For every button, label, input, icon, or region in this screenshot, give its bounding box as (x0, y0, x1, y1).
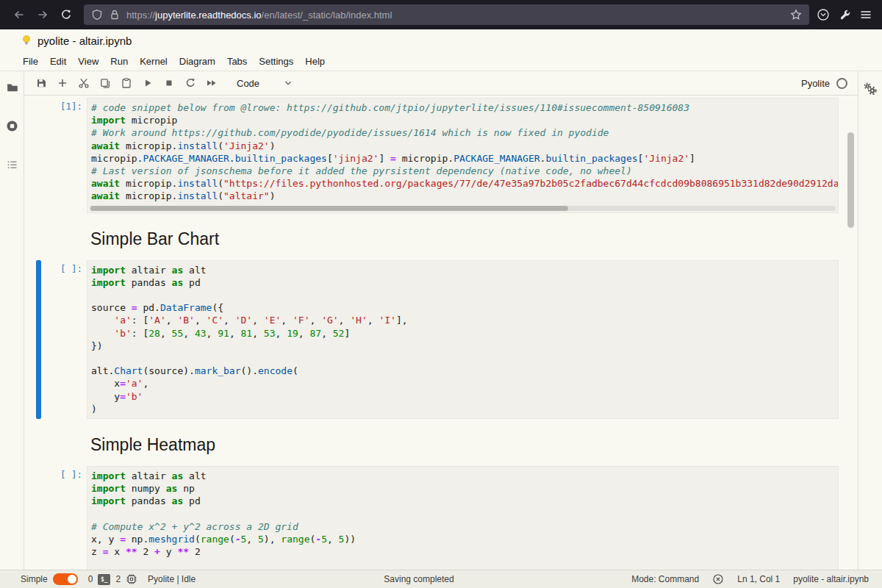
cut-cells-button[interactable] (73, 74, 94, 93)
lock-icon[interactable] (109, 9, 121, 21)
code-token: 5 (321, 534, 327, 545)
kernel-name[interactable]: Pyolite (801, 78, 830, 89)
kernel-status-text[interactable]: Pyolite | Idle (148, 574, 196, 584)
code-token: await (91, 178, 120, 189)
cell-collapser[interactable] (36, 228, 41, 250)
code-token: 'b' (126, 391, 143, 402)
menu-file[interactable]: File (17, 53, 44, 70)
menu-edit[interactable]: Edit (44, 53, 72, 70)
markdown-cell[interactable]: Simple Bar Chart (36, 228, 858, 250)
running-sessions-status[interactable]: 0 $_ 2 (88, 573, 137, 585)
code-token: 87 (309, 328, 321, 339)
interrupt-kernel-button[interactable] (158, 74, 179, 93)
vertical-scrollbar-thumb[interactable] (847, 132, 854, 228)
code-token: micropip. (120, 140, 177, 151)
code-token: x, y (91, 534, 120, 545)
cell-editor[interactable]: import altair as altimport pandas as pd … (87, 260, 839, 419)
code-line: # Last version of jsonschema before it a… (91, 165, 834, 177)
run-icon (142, 77, 154, 89)
simple-mode-toggle[interactable] (53, 573, 78, 585)
app-titlebar: pyolite - altair.ipynb (0, 29, 882, 51)
code-token: , (183, 328, 195, 339)
url-bar[interactable]: https://jupyterlite.readthedocs.io/en/la… (84, 4, 809, 25)
code-token: ) (270, 140, 276, 151)
hamburger-menu-icon[interactable] (860, 9, 872, 21)
code-token: y (160, 546, 177, 557)
code-token: altair (126, 265, 172, 276)
code-line: import pandas as pd (91, 276, 834, 289)
cell-editor[interactable]: # code snippet below from @lrowe: https:… (87, 98, 839, 213)
code-token: - (315, 534, 321, 545)
run-cell-button[interactable] (137, 74, 158, 93)
cut-icon (78, 77, 90, 89)
add-cell-button[interactable] (51, 74, 73, 93)
code-token: [ (327, 153, 333, 164)
code-token: micropip. (396, 153, 453, 164)
run-all-cells-button[interactable] (201, 74, 222, 93)
restart-kernel-button[interactable] (179, 74, 201, 93)
code-token: encode (258, 365, 293, 376)
main-area: Code Pyolite [1]:# code snippet below fr… (0, 71, 882, 570)
code-token: micropip. (91, 153, 143, 164)
code-token: "https://files.pythonhosted.org/packages… (223, 178, 839, 189)
cell-collapser[interactable] (36, 434, 41, 456)
code-line: 'a': ['A', 'B', 'C', 'D', 'E', 'F', 'G',… (91, 314, 834, 326)
browser-reload-button[interactable] (54, 4, 78, 25)
cell-type-value: Code (237, 78, 259, 89)
code-line: import altair as alt (91, 264, 834, 276)
cell-editor[interactable]: import altair as altimport numpy as npim… (87, 466, 839, 570)
arrow-left-icon (13, 9, 25, 21)
code-token: 'F' (293, 315, 309, 326)
wrench-icon[interactable] (839, 9, 851, 21)
running-sessions-icon[interactable] (6, 120, 18, 132)
code-token: as (172, 470, 184, 481)
file-browser-icon[interactable] (6, 82, 18, 93)
cell-type-dropdown[interactable]: Code (232, 76, 298, 90)
menu-settings[interactable]: Settings (253, 53, 299, 70)
code-token: 'a' (114, 315, 131, 326)
simple-mode-switch[interactable]: Simple (21, 573, 78, 585)
menu-kernel[interactable]: Kernel (134, 53, 173, 70)
code-token: alt. (91, 365, 114, 376)
horizontal-scrollbar-track[interactable] (90, 206, 836, 211)
menu-help[interactable]: Help (299, 53, 331, 70)
markdown-cell[interactable]: Simple Heatmap (36, 434, 858, 456)
code-token: ( (195, 534, 201, 545)
cursor-position[interactable]: Ln 1, Col 1 (737, 574, 780, 584)
code-token: source (91, 302, 132, 313)
code-token: micropip (126, 115, 177, 126)
stop-icon (163, 77, 175, 89)
cell-collapser[interactable] (36, 98, 41, 213)
menu-diagram[interactable]: Diagram (173, 53, 221, 70)
code-token: np (177, 483, 194, 494)
save-button[interactable] (30, 74, 51, 93)
code-token: PACKAGE_MANAGER (143, 153, 229, 164)
browser-forward-button[interactable] (31, 4, 54, 25)
property-inspector-gears-icon[interactable] (863, 82, 878, 96)
code-token: as (172, 265, 184, 276)
paste-cells-button[interactable] (115, 74, 137, 93)
code-token: : [ (132, 328, 148, 339)
pocket-icon[interactable] (817, 8, 830, 21)
bookmark-star-icon[interactable] (790, 9, 802, 21)
toggle-knob (68, 575, 76, 584)
menu-view[interactable]: View (72, 53, 104, 70)
copy-cells-button[interactable] (94, 74, 115, 93)
cell-collapser[interactable] (36, 466, 41, 570)
shield-icon[interactable] (91, 9, 103, 21)
notifications-off-icon[interactable] (712, 573, 724, 585)
menu-tabs[interactable]: Tabs (221, 53, 253, 70)
horizontal-scrollbar-thumb[interactable] (90, 206, 568, 211)
cell-collapser[interactable] (36, 260, 41, 419)
kernel-status-indicator[interactable] (836, 78, 847, 89)
cell-prompt: [ ]: (41, 466, 87, 570)
code-token: builtin_packages (545, 153, 637, 164)
jupyterlite-logo (21, 35, 32, 46)
code-token: ] (379, 153, 390, 164)
code-token: pd. (137, 302, 160, 313)
table-of-contents-icon[interactable] (6, 159, 18, 171)
command-mode-indicator: Mode: Command (631, 574, 699, 584)
browser-back-button[interactable] (7, 4, 31, 25)
menu-run[interactable]: Run (104, 53, 134, 70)
code-token: pd (183, 277, 200, 288)
